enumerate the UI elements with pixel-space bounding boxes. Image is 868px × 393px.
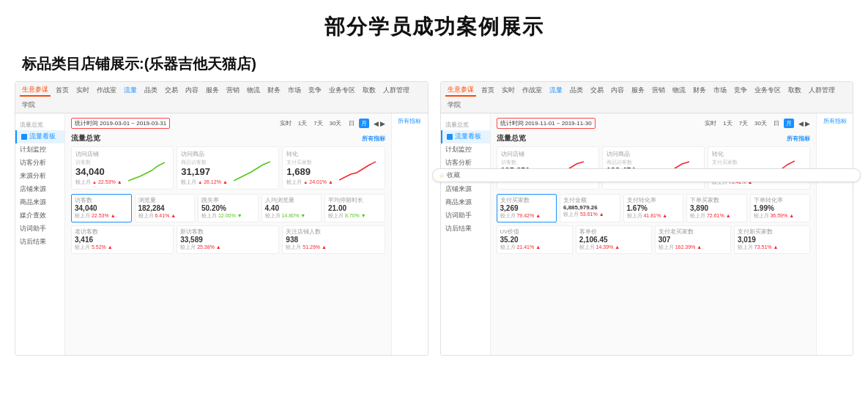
sparkline-product-visitors	[234, 160, 270, 182]
right-tab-day[interactable]: 日	[771, 119, 782, 128]
right-nav-finance[interactable]: 财务	[691, 85, 708, 96]
right-nav-home[interactable]: 首页	[479, 85, 497, 96]
nav-item-finance[interactable]: 财务	[265, 85, 283, 96]
right-nav-marketing[interactable]: 营销	[650, 85, 667, 96]
detail-metric-pv: 浏览量 182,284 较上月 6.41% ▲	[135, 194, 196, 222]
sidebar-item-goods-source[interactable]: 商品来源	[15, 196, 64, 209]
tab-7day[interactable]: 7天	[311, 119, 324, 128]
nav-item-home[interactable]: 首页	[53, 85, 71, 96]
sidebar-item-media[interactable]: 媒介查效	[15, 209, 64, 222]
sidebar-item-visitor[interactable]: 访客分析	[15, 157, 64, 170]
nav-item-compete[interactable]: 竞争	[306, 85, 324, 96]
right-nav-crowd[interactable]: 人群管理	[806, 85, 837, 96]
right-buyers-det-change: 较上月 79.42% ▲	[500, 212, 554, 220]
right-body: 流量总览 流量看板 计划监控 访客分析 来源分析 店铺来源 商品来源 访词助手 …	[441, 113, 853, 355]
right-nav-bishou[interactable]: 生意参谋	[445, 84, 476, 97]
nav-item-bishou[interactable]: 生意参谋	[20, 84, 51, 97]
right-nav-biz[interactable]: 业务专区	[752, 85, 783, 96]
right-nav-trade[interactable]: 交易	[588, 85, 606, 96]
tab-month[interactable]: 月	[359, 119, 369, 128]
nav-item-realtime[interactable]: 实时	[74, 85, 92, 96]
detail-bounce-value: 50.20%	[201, 204, 255, 212]
right-tab-1day[interactable]: 1天	[721, 119, 734, 128]
detail-visitors-change: 较上月 22.53% ▲	[75, 212, 128, 220]
right-sidebar-keyword[interactable]: 访词助手	[441, 209, 490, 222]
left-section-title: 流量总览 所有指标	[71, 133, 385, 143]
right-orders-label: 下单买家数	[690, 197, 743, 204]
right-detail-metrics: 支付买家数 3,269 较上月 79.42% ▲ 支付金额 6,885,979.…	[497, 194, 811, 222]
nav-item-category[interactable]: 品类	[142, 85, 160, 96]
right-sidebar-kanban[interactable]: 流量看板	[441, 130, 490, 143]
left-second-metrics: 老访客数 3,416 较上月 5.52% ▲ 新访客数 33,589 较上月 2…	[71, 225, 385, 254]
nav-item-market[interactable]: 市场	[286, 85, 303, 96]
nav-item-war[interactable]: 作战室	[94, 85, 119, 96]
sidebar-item-source[interactable]: 来源分析	[15, 170, 64, 183]
left-date-range[interactable]: 统计时间 2019-03-01 ~ 2019-03-31	[71, 118, 170, 129]
right-nav-academy[interactable]: 学院	[445, 100, 463, 111]
tab-day[interactable]: 日	[346, 119, 357, 128]
right-sidebar: 流量总览 流量看板 计划监控 访客分析 来源分析 店铺来源 商品来源 访词助手 …	[441, 113, 491, 355]
prev-arrow[interactable]: ◀	[374, 120, 379, 127]
bookmark-label: 收藏	[447, 171, 460, 180]
nav-item-crowd[interactable]: 人群管理	[381, 85, 412, 96]
right-float-all-indicators[interactable]: 所有指标	[817, 116, 853, 127]
nav-item-marketing[interactable]: 营销	[224, 85, 242, 96]
detail-avg-time-change: 较上月 8.70% ▼	[328, 212, 382, 220]
right-section-title-link[interactable]: 所有指标	[787, 135, 810, 143]
right-tab-month[interactable]: 月	[784, 119, 794, 128]
right-nav-service[interactable]: 服务	[629, 85, 647, 96]
right-second-metrics: UV价值 35.20 较上月 21.41% ▲ 客单价 2,106.45 较上月…	[497, 225, 811, 254]
old-visitors-change: 较上月 5.52% ▲	[75, 244, 170, 251]
right-tab-realtime[interactable]: 实时	[702, 119, 719, 128]
nav-item-trade[interactable]: 交易	[163, 85, 180, 96]
right-nav-logistics[interactable]: 物流	[670, 85, 688, 96]
right-sidebar-goods-source[interactable]: 商品来源	[441, 196, 490, 209]
right-nav-content[interactable]: 内容	[609, 85, 626, 96]
right-time-tabs: 实时 1天 7天 30天 日 月	[702, 119, 794, 128]
bookmark-badge[interactable]: ☆ 收藏	[432, 168, 861, 182]
nav-item-service[interactable]: 服务	[204, 85, 221, 96]
tab-1day[interactable]: 1天	[296, 119, 309, 128]
nav-item-content[interactable]: 内容	[183, 85, 201, 96]
right-nav-data[interactable]: 取数	[786, 85, 804, 96]
sidebar-item-plan[interactable]: 计划监控	[15, 143, 64, 157]
nav-item-flow[interactable]: 流量	[122, 85, 139, 96]
right-sidebar-store-source[interactable]: 店铺来源	[441, 183, 490, 196]
nav-item-biz[interactable]: 业务专区	[327, 85, 357, 96]
right-avg-order-change: 较上月 14.39% ▲	[579, 244, 648, 251]
right-sidebar-plan[interactable]: 计划监控	[441, 143, 490, 157]
sidebar-item-after[interactable]: 访后结果	[15, 236, 64, 249]
sidebar-item-store-source[interactable]: 店铺来源	[15, 183, 64, 196]
right-nav-market[interactable]: 市场	[711, 85, 729, 96]
tab-30day[interactable]: 30天	[327, 119, 344, 128]
nav-item-academy[interactable]: 学院	[20, 100, 37, 111]
left-right-float: 所有指标	[391, 113, 428, 355]
sidebar-item-kanban[interactable]: 流量看板	[15, 130, 64, 143]
right-date-range[interactable]: 统计时间 2019-11-01 ~ 2019-11-30	[497, 118, 596, 129]
right-nav-category[interactable]: 品类	[568, 85, 585, 96]
right-visitors-label: 访客数	[501, 159, 542, 166]
right-sidebar-after[interactable]: 访后结果	[441, 222, 490, 236]
tab-realtime[interactable]: 实时	[278, 119, 294, 128]
right-nav-compete[interactable]: 竞争	[732, 85, 749, 96]
nav-item-logistics[interactable]: 物流	[245, 85, 262, 96]
right-conversion-label: 转化	[712, 150, 806, 158]
left-date-filter: 统计时间 2019-03-01 ~ 2019-03-31 实时 1天 7天 30…	[71, 118, 385, 129]
right-old-buyers-change: 较上月 162.39% ▲	[659, 244, 727, 251]
detail-avg-time-value: 21.00	[328, 204, 382, 212]
nav-item-data[interactable]: 取数	[360, 85, 378, 96]
right-next-arrow[interactable]: ▶	[805, 120, 810, 127]
right-tab-30day[interactable]: 30天	[752, 119, 769, 128]
right-orders-value: 3,890	[690, 204, 743, 212]
next-arrow[interactable]: ▶	[380, 120, 385, 127]
right-nav-flow[interactable]: 流量	[547, 85, 565, 96]
right-tab-7day[interactable]: 7天	[737, 119, 750, 128]
right-nav-war[interactable]: 作战室	[520, 85, 544, 96]
sidebar-item-keyword[interactable]: 访词助手	[15, 222, 64, 236]
section-title-link[interactable]: 所有指标	[362, 135, 385, 143]
right-prev-arrow[interactable]: ◀	[798, 120, 804, 127]
right-float-all[interactable]: 所有指标	[392, 116, 428, 127]
detail-pv-value: 182,284	[138, 204, 192, 212]
right-nav-realtime[interactable]: 实时	[500, 85, 517, 96]
left-top-metrics: 访问店铺 访客数 34,040 较上月 22.53% ▲	[71, 146, 385, 190]
